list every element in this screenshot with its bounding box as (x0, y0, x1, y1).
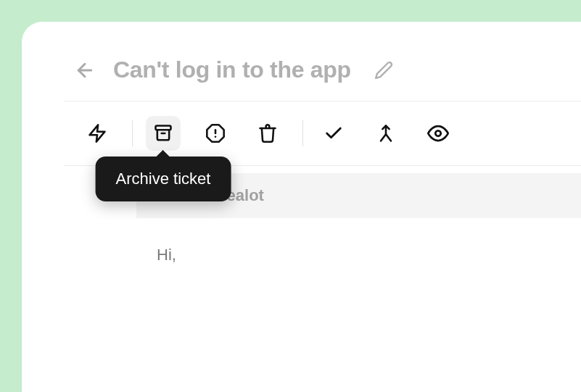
ticket-toolbar: Archive ticket (22, 101, 581, 165)
trash-icon (257, 123, 278, 143)
message-body: Hi, (136, 218, 581, 292)
spam-button[interactable] (198, 116, 233, 151)
ticket-header: Can't log in to the app (22, 57, 581, 101)
svg-marker-1 (90, 125, 105, 141)
bolt-button[interactable] (80, 116, 115, 151)
pencil-icon (374, 61, 393, 80)
resolve-button[interactable] (316, 116, 351, 151)
watch-button[interactable] (421, 116, 456, 151)
toolbar-separator (132, 120, 133, 146)
check-icon (324, 123, 344, 143)
merge-icon (376, 123, 396, 143)
alert-octagon-icon (205, 123, 226, 143)
eye-icon (427, 122, 449, 144)
merge-button[interactable] (368, 116, 403, 151)
back-button[interactable] (74, 59, 96, 81)
edit-title-button[interactable] (374, 61, 393, 80)
app-window: Can't log in to the app Archive ticket (22, 22, 581, 392)
svg-point-7 (435, 130, 441, 136)
archive-tooltip: Archive ticket (96, 157, 231, 201)
archive-icon (153, 123, 173, 143)
toolbar-separator (302, 120, 303, 146)
delete-button[interactable] (250, 116, 285, 151)
ticket-title: Can't log in to the app (113, 57, 351, 83)
arrow-left-icon (74, 59, 96, 81)
archive-button[interactable]: Archive ticket (146, 116, 181, 151)
bolt-icon (87, 123, 107, 143)
